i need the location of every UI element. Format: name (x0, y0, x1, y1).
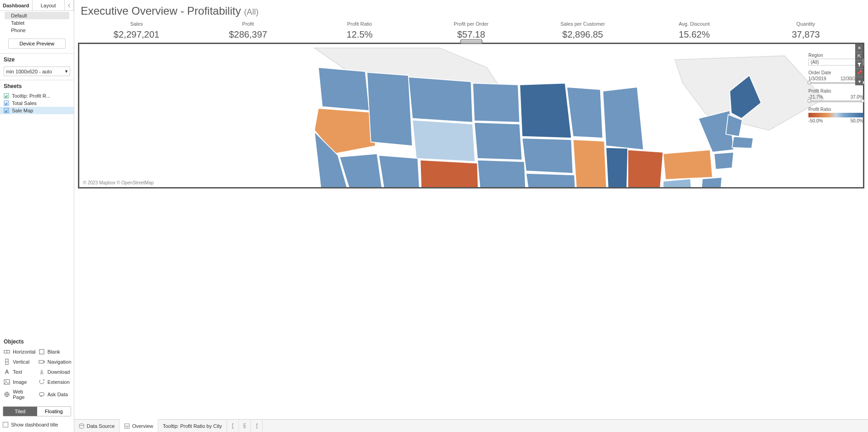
new-story-icon (255, 423, 258, 429)
text-icon: A (4, 369, 10, 375)
horizontal-icon (4, 349, 10, 355)
blank-icon (39, 349, 45, 355)
tab-layout[interactable]: Layout (33, 0, 65, 11)
dashboard-canvas: Executive Overview - Profitability (All)… (74, 0, 868, 432)
tab-data-source[interactable]: Data Source (74, 420, 120, 432)
collapse-sidebar[interactable] (65, 0, 74, 11)
image-icon (4, 379, 10, 385)
pin-icon: 📌 (857, 70, 862, 75)
datasource-icon (79, 423, 84, 429)
tab-dashboard[interactable]: Dashboard (0, 0, 33, 11)
kpi-sales-per-customer: Sales per Customer$2,896.85 (527, 21, 638, 40)
side-panel: Dashboard Layout Default Tablet Phone De… (0, 0, 74, 432)
device-tablet[interactable]: Tablet (0, 19, 74, 27)
obj-text[interactable]: AText (3, 368, 37, 376)
svg-point-21 (79, 424, 84, 426)
tab-overview[interactable]: Overview (120, 419, 158, 432)
color-legend-bar (808, 113, 863, 117)
tiled-floating-toggle: Tiled Floating (3, 406, 71, 416)
map-attribution: © 2023 Mapbox © OpenStreetMap (83, 180, 154, 185)
device-default[interactable]: Default (5, 12, 69, 19)
svg-rect-2 (6, 95, 7, 98)
sheets-title: Sheets (0, 80, 74, 91)
obj-horizontal[interactable]: Horizontal (3, 348, 37, 356)
sheet-label: Tooltip: Profit R... (12, 93, 50, 99)
external-icon: ⇱ (857, 54, 861, 59)
new-dashboard-icon (243, 423, 246, 429)
worksheet-icon (4, 93, 9, 99)
obj-vertical[interactable]: Vertical (3, 358, 37, 366)
globe-icon (4, 391, 10, 398)
new-story-button[interactable] (251, 420, 263, 432)
obj-extension[interactable]: Extension (38, 378, 72, 386)
sheet-label: Sale Map (12, 108, 33, 113)
slider-handle-left[interactable] (807, 99, 811, 103)
svg-rect-5 (6, 102, 7, 105)
svg-point-16 (6, 381, 6, 382)
remove-button[interactable]: ✕ (855, 44, 863, 52)
size-value: min 1000x620 - auto (6, 69, 52, 74)
more-button[interactable]: ▾ (855, 77, 863, 85)
size-dropdown[interactable]: min 1000x620 - auto ▾ (4, 66, 70, 76)
pin-button[interactable]: 📌 (855, 69, 863, 77)
slider-handle-right[interactable] (861, 99, 864, 103)
floating-button[interactable]: Floating (37, 407, 71, 416)
new-worksheet-icon (232, 423, 234, 429)
askdata-icon (39, 391, 45, 398)
sheet-sale-map[interactable]: Sale Map (0, 107, 74, 114)
worksheet-icon (4, 100, 9, 106)
sheets-list: Tooltip: Profit R... Total Sales Sale Ma… (0, 91, 74, 115)
obj-blank[interactable]: Blank (38, 348, 72, 356)
objects-grid: Horizontal Blank Vertical Navigation ATe… (0, 347, 74, 404)
side-tabs: Dashboard Layout (0, 0, 74, 11)
new-worksheet-button[interactable] (227, 420, 239, 432)
svg-rect-11 (39, 349, 44, 354)
obj-webpage[interactable]: Web Page (3, 388, 37, 401)
filter-icon (857, 62, 862, 67)
chevron-down-icon: ▾ (858, 79, 861, 84)
chevron-down-icon: ▾ (65, 68, 68, 74)
sheet-tooltip-profit[interactable]: Tooltip: Profit R... (0, 92, 74, 100)
kpi-profit-ratio: Profit Ratio12.5% (304, 21, 415, 40)
svg-rect-25 (232, 424, 234, 428)
go-to-sheet-button[interactable]: ⇱ (855, 52, 863, 61)
extension-icon (39, 379, 45, 385)
dashboard-title: Executive Overview - Profitability (All) (74, 0, 868, 19)
checkbox-icon (3, 422, 8, 427)
sheet-label: Total Sales (12, 100, 37, 106)
ratio-slider[interactable] (808, 100, 863, 102)
svg-rect-8 (6, 110, 7, 112)
device-preview-button[interactable]: Device Preview (8, 39, 66, 49)
slider-handle-left[interactable] (807, 81, 811, 84)
device-list: Default Tablet Phone (0, 11, 74, 37)
kpi-quantity: Quantity37,873 (750, 21, 862, 40)
sheet-total-sales[interactable]: Total Sales (0, 100, 74, 107)
svg-rect-7 (5, 111, 6, 112)
obj-navigation[interactable]: Navigation (38, 358, 72, 366)
svg-rect-20 (39, 393, 44, 396)
size-title: Size (0, 54, 74, 65)
kpi-sales: Sales$2,297,201 (81, 21, 192, 40)
obj-askdata[interactable]: Ask Data (38, 388, 72, 401)
sale-map-zone[interactable]: ✕ ⇱ 📌 ▾ (78, 43, 864, 188)
new-dashboard-button[interactable] (239, 420, 251, 432)
tab-tooltip-profit-ratio[interactable]: Tooltip: Profit Ratio by City (158, 420, 227, 432)
obj-download[interactable]: Download (38, 368, 72, 376)
tiled-button[interactable]: Tiled (3, 407, 37, 416)
download-icon (39, 369, 45, 375)
resize-handle[interactable] (460, 39, 482, 44)
close-icon: ✕ (857, 45, 861, 50)
kpi-profit: Profit$286,397 (192, 21, 304, 40)
navigation-icon (39, 359, 45, 365)
us-map[interactable] (79, 44, 863, 188)
obj-image[interactable]: Image (3, 378, 37, 386)
device-phone[interactable]: Phone (0, 27, 74, 34)
show-title-row[interactable]: Show dashboard title (0, 418, 74, 432)
filter-button[interactable] (855, 61, 863, 69)
zone-toolbar: ✕ ⇱ 📌 ▾ (855, 44, 863, 85)
profit-ratio-legend: Profit Ratio -50.0%50.0% (808, 107, 863, 123)
worksheet-icon (4, 108, 9, 113)
kpi-avg-discount: Avg. Discount15.62% (638, 21, 750, 40)
vertical-icon (4, 359, 10, 365)
show-title-label: Show dashboard title (11, 422, 58, 427)
